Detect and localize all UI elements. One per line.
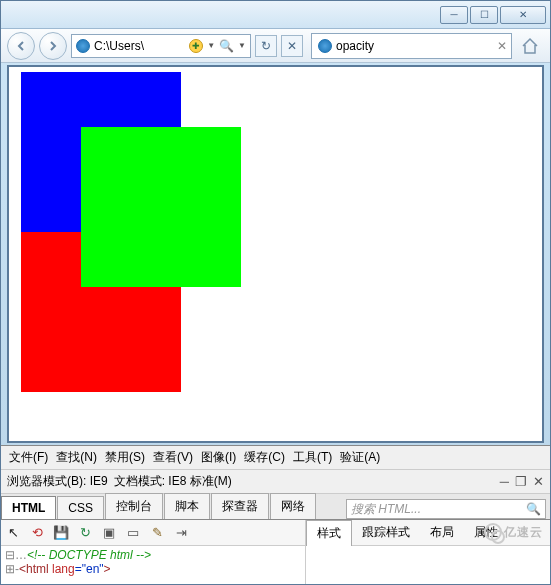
back-button[interactable] (7, 32, 35, 60)
pointer-icon[interactable]: ↖ (5, 525, 21, 541)
search-dropdown-arrow[interactable]: ▼ (238, 41, 246, 50)
search-placeholder: 搜索 HTML... (351, 501, 526, 518)
html-open-tag: <html (19, 562, 49, 576)
devtools-content: ⊟…<!-- DOCTYPE html --> ⊞-<html lang="en… (1, 546, 550, 584)
tab-strip: opacity ✕ (311, 33, 512, 59)
devtools-minimize[interactable]: ─ (500, 474, 509, 489)
browser-tab[interactable]: opacity (312, 34, 493, 58)
address-path: C:\Users\ (94, 39, 185, 53)
menu-images[interactable]: 图像(I) (199, 449, 238, 466)
tab-profiler[interactable]: 探查器 (211, 493, 269, 519)
tree-collapse-icon[interactable]: ⊟… (5, 548, 27, 562)
home-button[interactable] (516, 32, 544, 60)
address-dropdown-icon[interactable]: ▼ (207, 41, 215, 50)
devtools-menubar: 文件(F) 查找(N) 禁用(S) 查看(V) 图像(I) 缓存(C) 工具(T… (1, 446, 550, 470)
devtools-tabs: HTML CSS 控制台 脚本 探查器 网络 搜索 HTML... 🔍 (1, 494, 550, 520)
right-tab-attrs[interactable]: 属性 (464, 520, 508, 545)
green-square (81, 127, 241, 287)
ie-page-icon (76, 39, 90, 53)
menu-view[interactable]: 查看(V) (151, 449, 195, 466)
tab-title: opacity (336, 39, 374, 53)
devtools-search[interactable]: 搜索 HTML... 🔍 (346, 499, 546, 519)
search-dropdown-icon[interactable]: 🔍 (219, 39, 234, 53)
outline-icon[interactable]: ▭ (125, 525, 141, 541)
tab-console[interactable]: 控制台 (105, 493, 163, 519)
devtools-modebar: 浏览器模式(B): IE9 文档模式: IE8 标准(M) ─ ❐ ✕ (1, 470, 550, 494)
save-icon[interactable]: 💾 (53, 525, 69, 541)
norton-icon: ✚ (189, 39, 203, 53)
tab-network[interactable]: 网络 (270, 493, 316, 519)
clear-icon[interactable]: ⟲ (29, 525, 45, 541)
menu-disable[interactable]: 禁用(S) (103, 449, 147, 466)
menu-file[interactable]: 文件(F) (7, 449, 50, 466)
tab-css[interactable]: CSS (57, 496, 104, 519)
lang-value: "en" (82, 562, 104, 576)
style-tabs: 样式 跟踪样式 布局 属性 (306, 520, 550, 545)
browser-window: ─ ☐ ✕ C:\Users\ ✚ ▼ 🔍 ▼ ↻ ✕ opacity ✕ (0, 0, 551, 585)
right-tab-style[interactable]: 样式 (306, 520, 352, 546)
right-tab-layout[interactable]: 布局 (420, 520, 464, 545)
wrap-icon[interactable]: ⇥ (173, 525, 189, 541)
stop-button[interactable]: ✕ (281, 35, 303, 57)
forward-button[interactable] (39, 32, 67, 60)
style-pane (306, 546, 550, 584)
doc-mode[interactable]: 文档模式: IE8 标准(M) (114, 473, 232, 490)
navigation-bar: C:\Users\ ✚ ▼ 🔍 ▼ ↻ ✕ opacity ✕ (1, 29, 550, 63)
address-bar[interactable]: C:\Users\ ✚ ▼ 🔍 ▼ (71, 34, 251, 58)
devtools-toolbar: ↖ ⟲ 💾 ↻ ▣ ▭ ✎ ⇥ 样式 跟踪样式 布局 属性 (1, 520, 550, 546)
html-toolbar: ↖ ⟲ 💾 ↻ ▣ ▭ ✎ ⇥ (1, 520, 306, 545)
tab-script[interactable]: 脚本 (164, 493, 210, 519)
devtools-close[interactable]: ✕ (533, 474, 544, 489)
tab-ie-icon (318, 39, 332, 53)
lang-attr: lang (52, 562, 75, 576)
titlebar: ─ ☐ ✕ (1, 1, 550, 29)
element-icon[interactable]: ▣ (101, 525, 117, 541)
devtools-panel: 文件(F) 查找(N) 禁用(S) 查看(V) 图像(I) 缓存(C) 工具(T… (1, 445, 550, 584)
menu-tools[interactable]: 工具(T) (291, 449, 334, 466)
maximize-button[interactable]: ☐ (470, 6, 498, 24)
tree-expand-icon[interactable]: ⊞- (5, 562, 19, 576)
tab-close-button[interactable]: ✕ (493, 39, 511, 53)
menu-cache[interactable]: 缓存(C) (242, 449, 287, 466)
search-icon[interactable]: 🔍 (526, 502, 541, 516)
refresh-tree-icon[interactable]: ↻ (77, 525, 93, 541)
menu-validate[interactable]: 验证(A) (338, 449, 382, 466)
right-tab-trace[interactable]: 跟踪样式 (352, 520, 420, 545)
doctype-comment: <!-- DOCTYPE html --> (27, 548, 151, 562)
close-button[interactable]: ✕ (500, 6, 546, 24)
edit-icon[interactable]: ✎ (149, 525, 165, 541)
tab-html[interactable]: HTML (1, 496, 56, 519)
refresh-button[interactable]: ↻ (255, 35, 277, 57)
page-content (7, 65, 544, 443)
minimize-button[interactable]: ─ (440, 6, 468, 24)
menu-find[interactable]: 查找(N) (54, 449, 99, 466)
browser-mode[interactable]: 浏览器模式(B): IE9 (7, 473, 108, 490)
devtools-unpin[interactable]: ❐ (515, 474, 527, 489)
dom-tree[interactable]: ⊟…<!-- DOCTYPE html --> ⊞-<html lang="en… (1, 546, 306, 584)
